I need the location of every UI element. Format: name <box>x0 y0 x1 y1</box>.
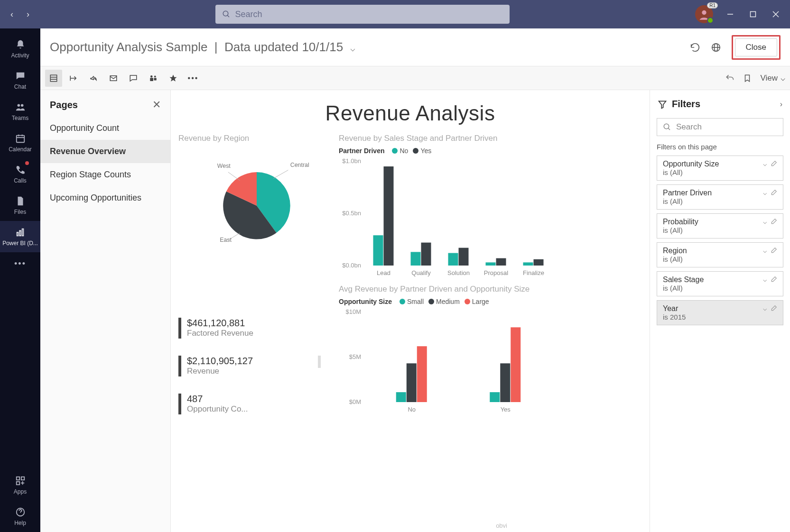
visual-title: Revenue by Sales Stage and Partner Drive… <box>339 134 642 143</box>
page-title: Revenue Analysis <box>178 101 642 125</box>
chevron-down-icon: ⌵ <box>763 304 767 312</box>
legend: Partner Driven No Yes <box>339 147 642 155</box>
pages-pane-toggle[interactable] <box>45 70 62 87</box>
chevron-down-icon: ⌵ <box>350 44 355 53</box>
view-menu[interactable]: View ⌵ <box>760 73 785 83</box>
metric-card[interactable]: $2,110,905,127 Revenue <box>178 356 321 376</box>
rail-calendar[interactable]: Calendar <box>0 127 40 158</box>
undo-button[interactable] <box>725 73 734 83</box>
metric-card[interactable]: $461,120,881 Factored Revenue <box>178 318 321 339</box>
filter-card[interactable]: Regionis (All)⌵ <box>657 242 783 267</box>
eraser-icon <box>771 247 777 254</box>
filter-card[interactable]: Opportunity Sizeis (All)⌵ <box>657 156 783 181</box>
rail-label: Help <box>14 520 26 526</box>
rail-files[interactable]: Files <box>0 190 40 221</box>
global-search[interactable]: Search <box>215 5 510 24</box>
filter-card[interactable]: Sales Stageis (All)⌵ <box>657 271 783 296</box>
refresh-button[interactable] <box>690 42 700 53</box>
expand-filters-button[interactable]: › <box>780 100 782 109</box>
filter-card[interactable]: Yearis 2015⌵ <box>657 300 783 325</box>
metric-card[interactable]: 487 Opportunity Co... <box>178 394 321 414</box>
metric-label: Factored Revenue <box>187 329 253 338</box>
bar-visual-1[interactable]: Revenue by Sales Stage and Partner Drive… <box>339 134 642 280</box>
presence-indicator <box>707 17 714 24</box>
filters-header: Filters <box>672 99 775 110</box>
svg-text:Yes: Yes <box>501 406 511 413</box>
close-window-button[interactable] <box>770 9 781 20</box>
forward-button[interactable]: › <box>27 9 29 19</box>
legend: Opportunity Size Small Medium Large <box>339 298 642 305</box>
svg-text:$0.5bn: $0.5bn <box>342 210 361 217</box>
avatar-badge: R1 <box>707 2 718 9</box>
teams-icon <box>15 101 26 113</box>
metric-accent <box>178 356 181 376</box>
globe-button[interactable] <box>711 42 721 53</box>
window-titlebar: ‹ › Search R1 <box>0 0 790 28</box>
svg-rect-18 <box>16 482 19 485</box>
maximize-button[interactable] <box>747 9 759 20</box>
filter-card[interactable]: Partner Drivenis (All)⌵ <box>657 184 783 210</box>
filter-value: is (All) <box>663 284 763 292</box>
export-button[interactable] <box>65 70 82 87</box>
chevron-down-icon: ⌵ <box>763 275 767 283</box>
bookmark-button[interactable] <box>743 73 752 83</box>
phone-icon <box>15 164 26 175</box>
pie-visual[interactable]: Revenue by Region CentralEastWest <box>178 134 335 280</box>
svg-text:Proposal: Proposal <box>484 269 508 276</box>
rail-label: Activity <box>11 52 29 59</box>
filter-name: Year <box>663 304 763 313</box>
svg-text:Lead: Lead <box>377 269 390 276</box>
minimize-button[interactable] <box>725 9 736 20</box>
rail-activity[interactable]: Activity <box>0 33 40 64</box>
chat-icon <box>15 70 26 82</box>
svg-text:Qualify: Qualify <box>411 269 431 276</box>
chevron-down-icon: ⌵ <box>763 247 767 254</box>
rail-more[interactable]: ••• <box>14 252 26 275</box>
search-placeholder: Search <box>235 9 262 19</box>
bar-chart-2: $0M$5M$10MNoYes <box>339 307 557 416</box>
share-button[interactable] <box>85 70 102 87</box>
filter-name: Region <box>663 247 763 255</box>
filter-name: Partner Driven <box>663 189 763 197</box>
pages-pane: Pages ✕ Opportunity Count Revenue Overvi… <box>40 90 171 532</box>
svg-rect-49 <box>411 252 421 266</box>
page-item[interactable]: Region Stage Counts <box>40 163 170 186</box>
rail-label: Calls <box>14 177 27 184</box>
bar-chart-1: $0.0bn$0.5bn$1.0bnLeadQualifySolutionPro… <box>339 156 557 280</box>
watermark: obvi <box>496 522 507 529</box>
favorite-button[interactable] <box>165 70 182 87</box>
notification-dot <box>25 161 29 165</box>
legend-dot <box>465 299 470 304</box>
close-button[interactable]: Close <box>735 38 777 56</box>
svg-rect-64 <box>396 392 406 402</box>
eraser-icon <box>771 218 777 225</box>
user-avatar[interactable]: R1 <box>695 5 713 23</box>
filter-section-label: Filters on this page <box>657 143 783 151</box>
rail-teams[interactable]: Teams <box>0 96 40 127</box>
filter-search[interactable]: Search <box>657 118 783 136</box>
subscribe-button[interactable] <box>105 70 122 87</box>
svg-rect-46 <box>373 235 383 266</box>
page-item[interactable]: Upcoming Opportunities <box>40 186 170 210</box>
rail-chat[interactable]: Chat <box>0 64 40 96</box>
svg-marker-72 <box>659 101 666 108</box>
filter-card[interactable]: Probabilityis (All)⌵ <box>657 213 783 238</box>
filter-value: is (All) <box>663 255 763 263</box>
comment-button[interactable] <box>125 70 142 87</box>
report-title-dropdown[interactable]: Opportunity Analysis Sample | Data updat… <box>50 40 355 55</box>
rail-calls[interactable]: Calls <box>0 158 40 190</box>
more-button[interactable]: ••• <box>185 70 202 87</box>
rail-apps[interactable]: Apps <box>0 469 40 501</box>
back-button[interactable]: ‹ <box>10 9 13 19</box>
teams-chat-button[interactable] <box>145 70 162 87</box>
svg-text:Central: Central <box>290 162 309 168</box>
close-pages-button[interactable]: ✕ <box>152 99 161 111</box>
eraser-icon <box>771 305 777 312</box>
bar-visual-2[interactable]: Avg Revenue by Partner Driven and Opport… <box>339 284 642 431</box>
pages-header: Pages <box>50 100 78 110</box>
page-item[interactable]: Revenue Overview <box>40 140 170 163</box>
rail-help[interactable]: Help <box>0 501 40 532</box>
rail-powerbi[interactable]: Power BI (D... <box>0 221 40 252</box>
page-item[interactable]: Opportunity Count <box>40 117 170 140</box>
visual-title: Revenue by Region <box>178 134 335 143</box>
